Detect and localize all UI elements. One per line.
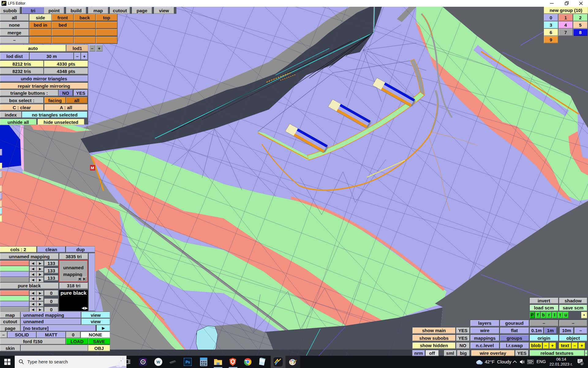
svg-text:W: W <box>156 360 160 364</box>
svg-text:Ps: Ps <box>186 360 190 364</box>
svg-text:M: M <box>91 166 94 170</box>
svg-text:2: 2 <box>581 362 582 365</box>
